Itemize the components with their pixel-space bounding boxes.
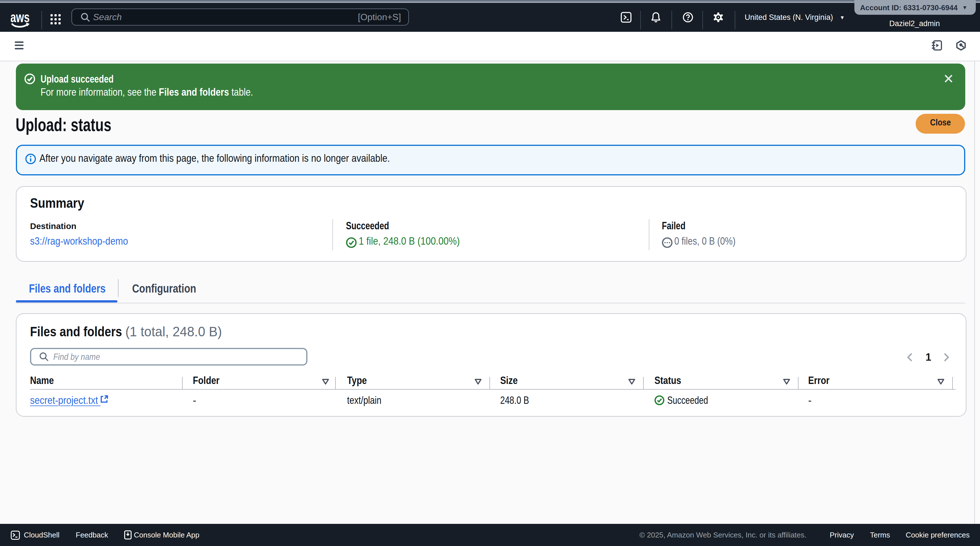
svg-text:aws: aws — [11, 10, 30, 25]
